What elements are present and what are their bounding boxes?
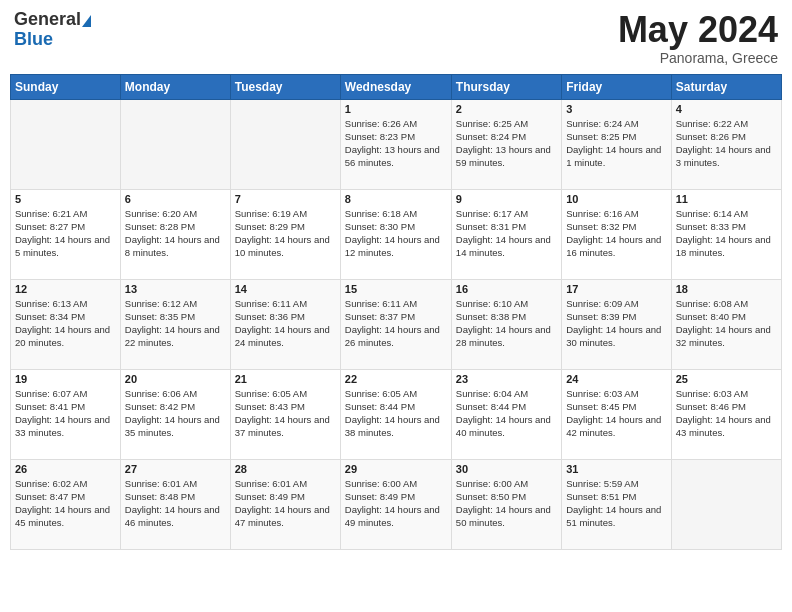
day-info: Sunrise: 6:25 AM Sunset: 8:24 PM Dayligh… — [456, 117, 557, 170]
calendar-day-cell: 14Sunrise: 6:11 AM Sunset: 8:36 PM Dayli… — [230, 279, 340, 369]
calendar-day-cell: 6Sunrise: 6:20 AM Sunset: 8:28 PM Daylig… — [120, 189, 230, 279]
day-info: Sunrise: 6:04 AM Sunset: 8:44 PM Dayligh… — [456, 387, 557, 440]
calendar-day-cell: 8Sunrise: 6:18 AM Sunset: 8:30 PM Daylig… — [340, 189, 451, 279]
day-info: Sunrise: 6:05 AM Sunset: 8:43 PM Dayligh… — [235, 387, 336, 440]
day-number: 8 — [345, 193, 447, 205]
calendar-day-cell: 9Sunrise: 6:17 AM Sunset: 8:31 PM Daylig… — [451, 189, 561, 279]
day-info: Sunrise: 6:07 AM Sunset: 8:41 PM Dayligh… — [15, 387, 116, 440]
calendar-day-cell: 31Sunrise: 5:59 AM Sunset: 8:51 PM Dayli… — [562, 459, 671, 549]
day-info: Sunrise: 6:12 AM Sunset: 8:35 PM Dayligh… — [125, 297, 226, 350]
day-number: 6 — [125, 193, 226, 205]
day-number: 16 — [456, 283, 557, 295]
day-info: Sunrise: 6:11 AM Sunset: 8:37 PM Dayligh… — [345, 297, 447, 350]
day-number: 15 — [345, 283, 447, 295]
logo: General Blue — [14, 10, 91, 50]
day-info: Sunrise: 6:17 AM Sunset: 8:31 PM Dayligh… — [456, 207, 557, 260]
day-info: Sunrise: 6:00 AM Sunset: 8:49 PM Dayligh… — [345, 477, 447, 530]
day-info: Sunrise: 6:13 AM Sunset: 8:34 PM Dayligh… — [15, 297, 116, 350]
day-info: Sunrise: 6:03 AM Sunset: 8:46 PM Dayligh… — [676, 387, 777, 440]
weekday-header: Thursday — [451, 74, 561, 99]
calendar-day-cell: 5Sunrise: 6:21 AM Sunset: 8:27 PM Daylig… — [11, 189, 121, 279]
day-info: Sunrise: 6:21 AM Sunset: 8:27 PM Dayligh… — [15, 207, 116, 260]
calendar-day-cell: 1Sunrise: 6:26 AM Sunset: 8:23 PM Daylig… — [340, 99, 451, 189]
day-number: 30 — [456, 463, 557, 475]
day-info: Sunrise: 6:24 AM Sunset: 8:25 PM Dayligh… — [566, 117, 666, 170]
calendar-day-cell: 21Sunrise: 6:05 AM Sunset: 8:43 PM Dayli… — [230, 369, 340, 459]
weekday-header: Wednesday — [340, 74, 451, 99]
calendar-table: SundayMondayTuesdayWednesdayThursdayFrid… — [10, 74, 782, 550]
calendar-day-cell: 30Sunrise: 6:00 AM Sunset: 8:50 PM Dayli… — [451, 459, 561, 549]
day-info: Sunrise: 6:20 AM Sunset: 8:28 PM Dayligh… — [125, 207, 226, 260]
calendar-day-cell — [230, 99, 340, 189]
day-number: 13 — [125, 283, 226, 295]
day-number: 9 — [456, 193, 557, 205]
day-info: Sunrise: 6:22 AM Sunset: 8:26 PM Dayligh… — [676, 117, 777, 170]
calendar-week-row: 12Sunrise: 6:13 AM Sunset: 8:34 PM Dayli… — [11, 279, 782, 369]
day-number: 18 — [676, 283, 777, 295]
calendar-day-cell: 15Sunrise: 6:11 AM Sunset: 8:37 PM Dayli… — [340, 279, 451, 369]
day-info: Sunrise: 6:26 AM Sunset: 8:23 PM Dayligh… — [345, 117, 447, 170]
day-number: 19 — [15, 373, 116, 385]
weekday-header: Sunday — [11, 74, 121, 99]
day-number: 14 — [235, 283, 336, 295]
day-number: 27 — [125, 463, 226, 475]
day-info: Sunrise: 6:19 AM Sunset: 8:29 PM Dayligh… — [235, 207, 336, 260]
day-number: 25 — [676, 373, 777, 385]
day-info: Sunrise: 6:03 AM Sunset: 8:45 PM Dayligh… — [566, 387, 666, 440]
day-info: Sunrise: 6:01 AM Sunset: 8:48 PM Dayligh… — [125, 477, 226, 530]
calendar-day-cell: 18Sunrise: 6:08 AM Sunset: 8:40 PM Dayli… — [671, 279, 781, 369]
day-number: 10 — [566, 193, 666, 205]
calendar-day-cell: 24Sunrise: 6:03 AM Sunset: 8:45 PM Dayli… — [562, 369, 671, 459]
day-info: Sunrise: 5:59 AM Sunset: 8:51 PM Dayligh… — [566, 477, 666, 530]
logo-triangle-icon — [82, 15, 91, 27]
calendar-day-cell: 13Sunrise: 6:12 AM Sunset: 8:35 PM Dayli… — [120, 279, 230, 369]
calendar-day-cell: 22Sunrise: 6:05 AM Sunset: 8:44 PM Dayli… — [340, 369, 451, 459]
calendar-day-cell: 16Sunrise: 6:10 AM Sunset: 8:38 PM Dayli… — [451, 279, 561, 369]
calendar-day-cell: 3Sunrise: 6:24 AM Sunset: 8:25 PM Daylig… — [562, 99, 671, 189]
day-number: 1 — [345, 103, 447, 115]
day-info: Sunrise: 6:02 AM Sunset: 8:47 PM Dayligh… — [15, 477, 116, 530]
logo-blue-text: Blue — [14, 30, 53, 50]
day-number: 7 — [235, 193, 336, 205]
calendar-day-cell: 7Sunrise: 6:19 AM Sunset: 8:29 PM Daylig… — [230, 189, 340, 279]
day-number: 2 — [456, 103, 557, 115]
calendar-day-cell — [671, 459, 781, 549]
day-number: 26 — [15, 463, 116, 475]
day-number: 5 — [15, 193, 116, 205]
page-header: General Blue May 2024 Panorama, Greece — [10, 10, 782, 66]
day-info: Sunrise: 6:00 AM Sunset: 8:50 PM Dayligh… — [456, 477, 557, 530]
day-number: 23 — [456, 373, 557, 385]
calendar-title: May 2024 — [618, 10, 778, 50]
day-number: 12 — [15, 283, 116, 295]
weekday-header-row: SundayMondayTuesdayWednesdayThursdayFrid… — [11, 74, 782, 99]
day-number: 20 — [125, 373, 226, 385]
calendar-day-cell: 10Sunrise: 6:16 AM Sunset: 8:32 PM Dayli… — [562, 189, 671, 279]
weekday-header: Monday — [120, 74, 230, 99]
day-number: 17 — [566, 283, 666, 295]
calendar-day-cell: 23Sunrise: 6:04 AM Sunset: 8:44 PM Dayli… — [451, 369, 561, 459]
day-info: Sunrise: 6:09 AM Sunset: 8:39 PM Dayligh… — [566, 297, 666, 350]
calendar-week-row: 19Sunrise: 6:07 AM Sunset: 8:41 PM Dayli… — [11, 369, 782, 459]
day-number: 22 — [345, 373, 447, 385]
calendar-week-row: 5Sunrise: 6:21 AM Sunset: 8:27 PM Daylig… — [11, 189, 782, 279]
day-info: Sunrise: 6:01 AM Sunset: 8:49 PM Dayligh… — [235, 477, 336, 530]
day-number: 29 — [345, 463, 447, 475]
calendar-day-cell: 29Sunrise: 6:00 AM Sunset: 8:49 PM Dayli… — [340, 459, 451, 549]
calendar-day-cell: 12Sunrise: 6:13 AM Sunset: 8:34 PM Dayli… — [11, 279, 121, 369]
day-number: 3 — [566, 103, 666, 115]
day-number: 24 — [566, 373, 666, 385]
logo-general-text: General — [14, 10, 81, 30]
day-info: Sunrise: 6:06 AM Sunset: 8:42 PM Dayligh… — [125, 387, 226, 440]
calendar-day-cell: 28Sunrise: 6:01 AM Sunset: 8:49 PM Dayli… — [230, 459, 340, 549]
calendar-day-cell: 26Sunrise: 6:02 AM Sunset: 8:47 PM Dayli… — [11, 459, 121, 549]
day-info: Sunrise: 6:16 AM Sunset: 8:32 PM Dayligh… — [566, 207, 666, 260]
day-number: 31 — [566, 463, 666, 475]
calendar-location: Panorama, Greece — [618, 50, 778, 66]
calendar-day-cell: 17Sunrise: 6:09 AM Sunset: 8:39 PM Dayli… — [562, 279, 671, 369]
day-number: 21 — [235, 373, 336, 385]
calendar-day-cell: 19Sunrise: 6:07 AM Sunset: 8:41 PM Dayli… — [11, 369, 121, 459]
weekday-header: Saturday — [671, 74, 781, 99]
calendar-day-cell: 20Sunrise: 6:06 AM Sunset: 8:42 PM Dayli… — [120, 369, 230, 459]
day-number: 11 — [676, 193, 777, 205]
day-info: Sunrise: 6:18 AM Sunset: 8:30 PM Dayligh… — [345, 207, 447, 260]
